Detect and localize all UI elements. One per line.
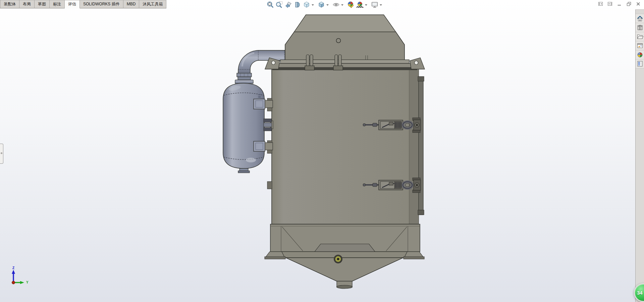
view-orientation-dropdown[interactable] — [311, 0, 314, 9]
task-pane-file-explorer-button[interactable] — [636, 32, 644, 41]
task-pane-custom-properties-button[interactable] — [636, 59, 644, 68]
apply-scene-button[interactable] — [355, 0, 364, 9]
zoom-to-fit-icon — [266, 1, 274, 9]
minimize-icon — [617, 1, 622, 7]
view-orientation-button[interactable] — [302, 0, 311, 9]
view-orientation-icon — [303, 1, 311, 9]
chevron-down-icon — [341, 1, 344, 9]
collapse-pane-left-icon — [598, 1, 603, 7]
restore-button[interactable] — [626, 1, 632, 7]
hide-show-items-dropdown[interactable] — [340, 0, 344, 9]
close-icon — [636, 1, 641, 7]
view-settings-icon — [371, 1, 379, 9]
hide-show-items-icon — [332, 1, 340, 9]
hide-show-items-button[interactable] — [331, 0, 340, 9]
file-explorer-icon — [637, 33, 643, 40]
tab-assembly[interactable]: 装配体 — [0, 0, 19, 8]
tab-annotate[interactable]: 标注 — [50, 0, 65, 8]
badge-count: 34 — [635, 290, 643, 296]
door-edge-frame[interactable] — [418, 77, 424, 215]
display-style-button[interactable] — [317, 0, 326, 9]
chevron-down-icon — [311, 1, 314, 9]
custom-properties-icon — [637, 60, 643, 67]
chevron-down-icon — [379, 1, 382, 9]
previous-view-button[interactable] — [284, 0, 293, 9]
buffer-tank[interactable] — [223, 73, 273, 173]
home-icon — [637, 15, 643, 22]
zoom-to-area-button[interactable] — [275, 0, 284, 9]
hopper-port — [334, 255, 342, 263]
collapse-pane-left-button[interactable] — [598, 1, 603, 7]
task-pane-home-button[interactable] — [636, 14, 644, 23]
chevron-down-icon — [326, 1, 329, 9]
y-axis-label: Y — [26, 281, 29, 284]
collapse-pane-right-icon — [607, 1, 613, 7]
tab-layout[interactable]: 布局 — [19, 0, 35, 8]
apply-scene-icon — [356, 1, 364, 9]
apply-scene-dropdown[interactable] — [364, 0, 368, 9]
view-palette-icon — [637, 42, 643, 49]
window-controls — [598, 1, 641, 7]
orientation-triad: Z Y — [5, 266, 36, 287]
design-library-icon — [637, 24, 643, 31]
edit-appearance-button[interactable] — [346, 0, 355, 9]
view-settings-dropdown[interactable] — [379, 0, 382, 9]
graphics-viewport[interactable]: Z Y 34 — [0, 0, 635, 302]
z-axis-label: Z — [12, 266, 14, 270]
y-axis-arrow — [20, 281, 24, 284]
tab-mufeng-toolbox[interactable]: 沐风工具箱 — [139, 0, 166, 8]
exhaust-hood[interactable] — [285, 15, 405, 61]
chevron-down-icon — [365, 1, 368, 9]
task-pane-design-library-button[interactable] — [636, 23, 644, 32]
featuremanager-collapsed-tab[interactable] — [0, 144, 3, 164]
section-view-icon — [293, 1, 302, 9]
zoom-to-fit-button[interactable] — [266, 0, 275, 9]
heads-up-view-toolbar — [266, 0, 382, 9]
display-style-icon — [317, 1, 325, 9]
task-pane-view-palette-button[interactable] — [636, 41, 644, 50]
tab-solidworks-addins[interactable]: SOLIDWORKS 插件 — [80, 0, 123, 8]
minimize-button[interactable] — [616, 1, 622, 7]
restore-icon — [626, 1, 632, 7]
zoom-to-area-icon — [275, 1, 283, 9]
close-button[interactable] — [635, 1, 641, 7]
display-style-dropdown[interactable] — [326, 0, 329, 9]
edit-appearance-icon — [347, 1, 355, 9]
discharge-hopper[interactable] — [286, 255, 403, 289]
x-axis-origin-dot — [12, 281, 15, 284]
tab-sketch[interactable]: 草图 — [35, 0, 50, 8]
section-view-button[interactable] — [293, 0, 302, 9]
tab-evaluate[interactable]: 评估 — [65, 0, 80, 8]
task-pane-appearances-button[interactable] — [636, 50, 644, 59]
support-base[interactable] — [265, 224, 424, 259]
previous-view-icon — [284, 1, 292, 9]
outlet-pipe — [337, 281, 353, 289]
appearances-scenes-icon — [637, 51, 643, 58]
command-manager-tab-bar: 装配体 布局 草图 标注 评估 SOLIDWORKS 插件 MBD 沐风工具箱 — [0, 0, 166, 8]
model-dust-collector-assembly[interactable] — [0, 0, 635, 302]
task-pane — [635, 9, 644, 302]
view-settings-button[interactable] — [370, 0, 379, 9]
collapse-pane-right-button[interactable] — [607, 1, 613, 7]
main-cabinet[interactable] — [267, 69, 419, 224]
z-axis-arrow — [12, 270, 15, 274]
tab-mbd[interactable]: MBD — [123, 0, 140, 8]
